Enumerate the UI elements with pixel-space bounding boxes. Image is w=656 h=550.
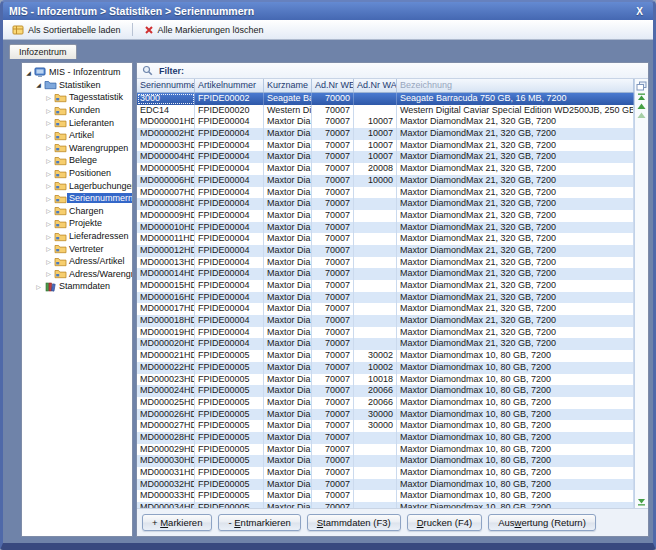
- grid-nav-strip[interactable]: [634, 79, 648, 508]
- cell-adnr_we: 70007: [312, 432, 354, 444]
- column-header-bezeichnung[interactable]: Bezeichnung: [397, 79, 634, 92]
- tree-collapsed-arrow-icon[interactable]: ▷: [44, 182, 53, 189]
- stammdaten-button[interactable]: Stammdaten (F3): [307, 514, 401, 531]
- table-row[interactable]: MD000030HDFPIDE00005Maxtor Dia70007Maxto…: [137, 455, 634, 467]
- table-row[interactable]: MD000024HDFPIDE00005Maxtor Dia7000720066…: [137, 385, 634, 397]
- tab-infozentrum[interactable]: Infozentrum: [9, 44, 77, 59]
- table-row[interactable]: MD000008HDFPIDE00004Maxtor Dia70007Maxto…: [137, 198, 634, 210]
- cell-adnr_we: 70007: [312, 116, 354, 128]
- table-row[interactable]: MD000026HDFPIDE00005Maxtor Dia7000730000…: [137, 409, 634, 421]
- table-row[interactable]: MD000012HDFPIDE00004Maxtor Dia70007Maxto…: [137, 245, 634, 257]
- table-row[interactable]: MD000005HDFPIDE00004Maxtor Dia7000720008…: [137, 163, 634, 175]
- table-row[interactable]: MD000001HDFPIDE00004Maxtor Dia7000710007…: [137, 116, 634, 128]
- sidebar-item-adress-artikel[interactable]: ▷Adress/Artikel: [22, 255, 132, 268]
- sidebar-item-statistiken[interactable]: ◢Statistiken: [22, 79, 132, 92]
- sidebar-item-seriennummern[interactable]: ▷Seriennummern: [22, 192, 132, 205]
- sidebar-item-kunden[interactable]: ▷Kunden: [22, 104, 132, 117]
- column-header-kurzname[interactable]: Kurzname: [264, 79, 312, 92]
- sidebar-item-positionen[interactable]: ▷Positionen: [22, 167, 132, 180]
- sidebar-item-artikel[interactable]: ▷Artikel: [22, 129, 132, 142]
- tree-collapsed-arrow-icon[interactable]: ▷: [44, 270, 53, 277]
- sidebar-item-belege[interactable]: ▷Belege: [22, 154, 132, 167]
- table-row[interactable]: MD000004HDFPIDE00004Maxtor Dia7000710007…: [137, 151, 634, 163]
- sidebar-item-lagerbuchungen[interactable]: ▷Lagerbuchungen: [22, 179, 132, 192]
- table-row[interactable]: MD000003HDFPIDE00004Maxtor Dia7000710007…: [137, 140, 634, 152]
- table-row[interactable]: MD000011HDFPIDE00004Maxtor Dia70007Maxto…: [137, 233, 634, 245]
- tree-collapsed-arrow-icon[interactable]: ▷: [44, 132, 53, 139]
- table-row[interactable]: MD000020HDFPIDE00004Maxtor Dia70007Maxto…: [137, 338, 634, 350]
- sidebar-item-warengruppen[interactable]: ▷Warengruppen: [22, 142, 132, 155]
- sidebar-item-lieferadressen[interactable]: ▷Lieferadressen: [22, 230, 132, 243]
- alle-markierungen-loeschen-button[interactable]: Alle Markierungen löschen: [140, 24, 268, 36]
- table-row[interactable]: MD000033HDFPIDE00005Maxtor Dia70007Maxto…: [137, 490, 634, 502]
- table-row[interactable]: MD000023HDFPIDE00005Maxtor Dia7000710018…: [137, 374, 634, 386]
- table-row[interactable]: MD000022HDFPIDE00005Maxtor Dia7000710002…: [137, 362, 634, 374]
- table-row[interactable]: MD000017HDFPIDE00004Maxtor Dia70007Maxto…: [137, 303, 634, 315]
- scroll-top-icon[interactable]: [637, 93, 646, 101]
- tree-collapsed-arrow-icon[interactable]: ▷: [44, 233, 53, 240]
- column-header-seriennummer[interactable]: Seriennummer▼: [137, 79, 195, 92]
- tree-collapsed-arrow-icon[interactable]: ▷: [44, 207, 53, 214]
- markieren-button[interactable]: + Markieren: [142, 514, 212, 531]
- tree-expanded-arrow-icon[interactable]: ◢: [24, 69, 33, 76]
- tree-collapsed-arrow-icon[interactable]: ▷: [44, 119, 53, 126]
- table-row[interactable]: MD000028HDFPIDE00005Maxtor Dia70007Maxto…: [137, 432, 634, 444]
- tree-collapsed-arrow-icon[interactable]: ▷: [44, 258, 53, 265]
- tree-expanded-arrow-icon[interactable]: ◢: [34, 81, 43, 88]
- column-header-adnr_we[interactable]: Ad.Nr WE: [312, 79, 354, 92]
- tree-collapsed-arrow-icon[interactable]: ▷: [44, 245, 53, 252]
- sidebar-item-adress-warengruppen[interactable]: ▷Adress/Warengruppen: [22, 268, 132, 281]
- column-header-adnr_wa[interactable]: Ad.Nr WA: [354, 79, 397, 92]
- scroll-bottom-icon[interactable]: [637, 498, 646, 506]
- table-row[interactable]: MD000014HDFPIDE00004Maxtor Dia70007Maxto…: [137, 268, 634, 280]
- tree-collapsed-arrow-icon[interactable]: ▷: [44, 94, 53, 101]
- sidebar-item-projekte[interactable]: ▷Projekte: [22, 217, 132, 230]
- filter-row[interactable]: Filter:: [137, 63, 648, 79]
- cell-seriennummer: MD000011HD: [137, 233, 195, 245]
- sidebar-item-mis-infozentrum[interactable]: ◢MIS - Infozentrum: [22, 66, 132, 79]
- table-row[interactable]: MD000029HDFPIDE00005Maxtor Dia70007Maxto…: [137, 444, 634, 456]
- column-header-artikelnummer[interactable]: Artikelnummer: [195, 79, 264, 92]
- cell-adnr_we: 70007: [312, 280, 354, 292]
- table-row[interactable]: MD000007HDFPIDE00004Maxtor Dia70007Maxto…: [137, 187, 634, 199]
- table-row[interactable]: MD000013HDFPIDE00004Maxtor Dia70007Maxto…: [137, 257, 634, 269]
- tree-collapsed-arrow-icon[interactable]: ▷: [44, 144, 53, 151]
- cell-seriennummer: MD000014HD: [137, 268, 195, 280]
- scroll-up-alt-icon[interactable]: [637, 112, 646, 119]
- cell-seriennummer: MD000018HD: [137, 315, 195, 327]
- table-row[interactable]: MD000019HDFPIDE00004Maxtor Dia70007Maxto…: [137, 327, 634, 339]
- table-row[interactable]: MD000032HDFPIDE00005Maxtor Dia70007Maxto…: [137, 479, 634, 491]
- tree-collapsed-arrow-icon[interactable]: ▷: [44, 170, 53, 177]
- tree-collapsed-arrow-icon[interactable]: ▷: [44, 195, 53, 202]
- cell-artikelnummer: FPIDE00004: [195, 280, 264, 292]
- sidebar-item-lieferanten[interactable]: ▷Lieferanten: [22, 116, 132, 129]
- sidebar-item-stammdaten[interactable]: ▷Stammdaten: [22, 280, 132, 293]
- sidebar-item-vertreter[interactable]: ▷Vertreter: [22, 242, 132, 255]
- table-row[interactable]: MD000015HDFPIDE00004Maxtor Dia70007Maxto…: [137, 280, 634, 292]
- table-row[interactable]: 3000FPIDE00002Seagate Ba70000Seagate Bar…: [137, 93, 634, 105]
- auswertung-button[interactable]: Auswertung (Return): [488, 514, 596, 531]
- tree-collapsed-arrow-icon[interactable]: ▷: [44, 157, 53, 164]
- entmarkieren-button[interactable]: - Entmarkieren: [218, 514, 300, 531]
- table-row[interactable]: MD000010HDFPIDE00004Maxtor Dia70007Maxto…: [137, 222, 634, 234]
- tree-collapsed-arrow-icon[interactable]: ▷: [34, 283, 43, 290]
- table-row[interactable]: MD000009HDFPIDE00004Maxtor Dia70007Maxto…: [137, 210, 634, 222]
- als-sortiertabelle-laden-button[interactable]: Als Sortiertabelle laden: [8, 23, 125, 37]
- tree-collapsed-arrow-icon[interactable]: ▷: [44, 107, 53, 114]
- tree-collapsed-arrow-icon[interactable]: ▷: [44, 220, 53, 227]
- table-row[interactable]: MD000025HDFPIDE00005Maxtor Dia7000720066…: [137, 397, 634, 409]
- table-row[interactable]: MD000027HDFPIDE00005Maxtor Dia7000730000…: [137, 420, 634, 432]
- table-row[interactable]: MD000031HDFPIDE00005Maxtor Dia70007Maxto…: [137, 467, 634, 479]
- sidebar-item-tagesstatistik[interactable]: ▷Tagesstatistik: [22, 91, 132, 104]
- table-row[interactable]: MD000006HDFPIDE00004Maxtor Dia7000710000…: [137, 175, 634, 187]
- table-row[interactable]: MD000002HDFPIDE00004Maxtor Dia7000710007…: [137, 128, 634, 140]
- scroll-up-icon[interactable]: [637, 103, 646, 110]
- table-row[interactable]: MD000018HDFPIDE00004Maxtor Dia70007Maxto…: [137, 315, 634, 327]
- drucken-button[interactable]: Drucken (F4): [407, 514, 482, 531]
- table-row[interactable]: MD000016HDFPIDE00004Maxtor Dia70007Maxto…: [137, 292, 634, 304]
- sidebar-item-chargen[interactable]: ▷Chargen: [22, 205, 132, 218]
- close-button[interactable]: X: [632, 6, 647, 17]
- table-row[interactable]: EDC14FPIDE00020Western Di70007Western Di…: [137, 105, 634, 117]
- column-chooser-icon[interactable]: [636, 81, 647, 91]
- table-row[interactable]: MD000021HDFPIDE00005Maxtor Dia7000730002…: [137, 350, 634, 362]
